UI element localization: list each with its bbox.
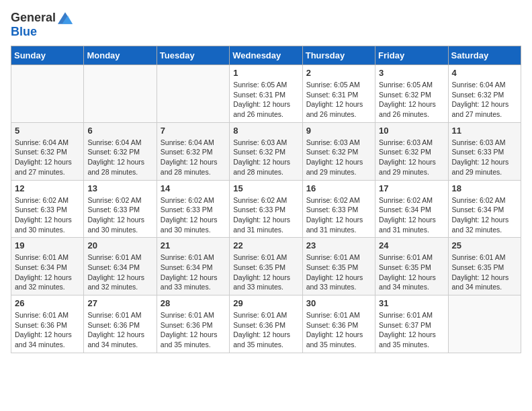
day-number: 19: [15, 240, 80, 250]
calendar-cell: 24Sunrise: 6:01 AM Sunset: 6:35 PM Dayli…: [375, 238, 448, 295]
calendar-cell: 18Sunrise: 6:02 AM Sunset: 6:34 PM Dayli…: [448, 180, 521, 238]
day-number: 16: [306, 183, 371, 193]
day-number: 4: [452, 68, 517, 78]
calendar-cell: 26Sunrise: 6:01 AM Sunset: 6:36 PM Dayli…: [11, 295, 84, 353]
day-number: 11: [452, 126, 517, 136]
cell-sun-info: Sunrise: 6:02 AM Sunset: 6:33 PM Dayligh…: [306, 195, 371, 235]
calendar-cell: 21Sunrise: 6:01 AM Sunset: 6:34 PM Dayli…: [157, 238, 229, 295]
calendar-cell: 23Sunrise: 6:01 AM Sunset: 6:35 PM Dayli…: [302, 238, 375, 295]
weekday-header-sunday: Sunday: [11, 46, 84, 65]
cell-sun-info: Sunrise: 6:02 AM Sunset: 6:34 PM Dayligh…: [379, 195, 444, 235]
cell-sun-info: Sunrise: 6:02 AM Sunset: 6:34 PM Dayligh…: [452, 195, 517, 235]
day-number: 24: [379, 240, 444, 250]
calendar-cell: 28Sunrise: 6:01 AM Sunset: 6:36 PM Dayli…: [157, 295, 229, 353]
day-number: 28: [161, 298, 226, 308]
calendar-cell: 30Sunrise: 6:01 AM Sunset: 6:36 PM Dayli…: [302, 295, 375, 353]
weekday-header-tuesday: Tuesday: [157, 46, 229, 65]
day-number: 3: [379, 68, 444, 78]
calendar-cell: 7Sunrise: 6:04 AM Sunset: 6:32 PM Daylig…: [157, 122, 229, 180]
cell-sun-info: Sunrise: 6:05 AM Sunset: 6:32 PM Dayligh…: [379, 80, 444, 120]
cell-sun-info: Sunrise: 6:02 AM Sunset: 6:33 PM Dayligh…: [15, 195, 80, 235]
cell-sun-info: Sunrise: 6:01 AM Sunset: 6:36 PM Dayligh…: [15, 310, 80, 350]
day-number: 20: [87, 240, 152, 250]
cell-sun-info: Sunrise: 6:01 AM Sunset: 6:36 PM Dayligh…: [233, 310, 298, 350]
week-row-2: 5Sunrise: 6:04 AM Sunset: 6:32 PM Daylig…: [11, 122, 521, 180]
weekday-header-friday: Friday: [375, 46, 448, 65]
cell-sun-info: Sunrise: 6:04 AM Sunset: 6:32 PM Dayligh…: [161, 138, 226, 177]
calendar-cell: 22Sunrise: 6:01 AM Sunset: 6:35 PM Dayli…: [230, 238, 302, 295]
logo-text-blue: Blue: [11, 25, 37, 39]
calendar-cell: 17Sunrise: 6:02 AM Sunset: 6:34 PM Dayli…: [375, 180, 448, 238]
cell-sun-info: Sunrise: 6:04 AM Sunset: 6:32 PM Dayligh…: [15, 138, 80, 177]
weekday-header-monday: Monday: [84, 46, 157, 65]
day-number: 14: [161, 183, 226, 193]
cell-sun-info: Sunrise: 6:01 AM Sunset: 6:36 PM Dayligh…: [306, 310, 371, 350]
week-row-5: 26Sunrise: 6:01 AM Sunset: 6:36 PM Dayli…: [11, 295, 521, 353]
calendar-cell: 19Sunrise: 6:01 AM Sunset: 6:34 PM Dayli…: [11, 238, 84, 295]
cell-sun-info: Sunrise: 6:05 AM Sunset: 6:31 PM Dayligh…: [306, 80, 371, 120]
calendar-cell: 11Sunrise: 6:03 AM Sunset: 6:33 PM Dayli…: [448, 122, 521, 180]
cell-sun-info: Sunrise: 6:01 AM Sunset: 6:35 PM Dayligh…: [306, 253, 371, 292]
calendar-cell: 15Sunrise: 6:02 AM Sunset: 6:33 PM Dayli…: [230, 180, 302, 238]
day-number: 13: [87, 183, 152, 193]
cell-sun-info: Sunrise: 6:01 AM Sunset: 6:35 PM Dayligh…: [379, 253, 444, 292]
cell-sun-info: Sunrise: 6:04 AM Sunset: 6:32 PM Dayligh…: [87, 138, 152, 177]
calendar-table: SundayMondayTuesdayWednesdayThursdayFrid…: [11, 46, 521, 353]
day-number: 15: [233, 183, 298, 193]
cell-sun-info: Sunrise: 6:01 AM Sunset: 6:34 PM Dayligh…: [161, 253, 226, 292]
day-number: 23: [306, 240, 371, 250]
day-number: 6: [87, 126, 152, 136]
weekday-header-wednesday: Wednesday: [230, 46, 302, 65]
calendar-cell: 8Sunrise: 6:03 AM Sunset: 6:32 PM Daylig…: [230, 122, 302, 180]
day-number: 22: [233, 240, 298, 250]
cell-sun-info: Sunrise: 6:01 AM Sunset: 6:35 PM Dayligh…: [233, 253, 298, 292]
calendar-cell: 2Sunrise: 6:05 AM Sunset: 6:31 PM Daylig…: [302, 65, 375, 123]
calendar-cell: 6Sunrise: 6:04 AM Sunset: 6:32 PM Daylig…: [84, 122, 157, 180]
calendar-cell: 12Sunrise: 6:02 AM Sunset: 6:33 PM Dayli…: [11, 180, 84, 238]
calendar-cell: [448, 295, 521, 353]
logo-text-general: General: [11, 11, 56, 25]
day-number: 25: [452, 240, 517, 250]
day-number: 29: [233, 298, 298, 308]
week-row-3: 12Sunrise: 6:02 AM Sunset: 6:33 PM Dayli…: [11, 180, 521, 238]
page-header: General Blue: [11, 11, 521, 39]
day-number: 9: [306, 126, 371, 136]
calendar-cell: 4Sunrise: 6:04 AM Sunset: 6:32 PM Daylig…: [448, 65, 521, 123]
calendar-cell: 16Sunrise: 6:02 AM Sunset: 6:33 PM Dayli…: [302, 180, 375, 238]
logo: General Blue: [11, 11, 73, 39]
calendar-cell: 25Sunrise: 6:01 AM Sunset: 6:35 PM Dayli…: [448, 238, 521, 295]
day-number: 12: [15, 183, 80, 193]
cell-sun-info: Sunrise: 6:05 AM Sunset: 6:31 PM Dayligh…: [233, 80, 298, 120]
logo-icon: [58, 12, 73, 24]
cell-sun-info: Sunrise: 6:01 AM Sunset: 6:36 PM Dayligh…: [87, 310, 152, 350]
cell-sun-info: Sunrise: 6:02 AM Sunset: 6:33 PM Dayligh…: [233, 195, 298, 235]
day-number: 8: [233, 126, 298, 136]
day-number: 27: [87, 298, 152, 308]
cell-sun-info: Sunrise: 6:03 AM Sunset: 6:32 PM Dayligh…: [233, 138, 298, 177]
weekday-header-thursday: Thursday: [302, 46, 375, 65]
day-number: 21: [161, 240, 226, 250]
calendar-cell: 3Sunrise: 6:05 AM Sunset: 6:32 PM Daylig…: [375, 65, 448, 123]
cell-sun-info: Sunrise: 6:01 AM Sunset: 6:35 PM Dayligh…: [452, 253, 517, 292]
cell-sun-info: Sunrise: 6:02 AM Sunset: 6:33 PM Dayligh…: [87, 195, 152, 235]
calendar-cell: 31Sunrise: 6:01 AM Sunset: 6:37 PM Dayli…: [375, 295, 448, 353]
cell-sun-info: Sunrise: 6:03 AM Sunset: 6:33 PM Dayligh…: [452, 138, 517, 177]
cell-sun-info: Sunrise: 6:03 AM Sunset: 6:32 PM Dayligh…: [306, 138, 371, 177]
cell-sun-info: Sunrise: 6:01 AM Sunset: 6:37 PM Dayligh…: [379, 310, 444, 350]
week-row-1: 1Sunrise: 6:05 AM Sunset: 6:31 PM Daylig…: [11, 65, 521, 123]
calendar-cell: 29Sunrise: 6:01 AM Sunset: 6:36 PM Dayli…: [230, 295, 302, 353]
day-number: 26: [15, 298, 80, 308]
cell-sun-info: Sunrise: 6:01 AM Sunset: 6:36 PM Dayligh…: [161, 310, 226, 350]
cell-sun-info: Sunrise: 6:02 AM Sunset: 6:33 PM Dayligh…: [161, 195, 226, 235]
day-number: 18: [452, 183, 517, 193]
cell-sun-info: Sunrise: 6:01 AM Sunset: 6:34 PM Dayligh…: [87, 253, 152, 292]
day-number: 1: [233, 68, 298, 78]
cell-sun-info: Sunrise: 6:04 AM Sunset: 6:32 PM Dayligh…: [452, 80, 517, 120]
calendar-cell: [157, 65, 229, 123]
day-number: 7: [161, 126, 226, 136]
day-number: 2: [306, 68, 371, 78]
day-number: 17: [379, 183, 444, 193]
calendar-cell: [84, 65, 157, 123]
calendar-cell: 9Sunrise: 6:03 AM Sunset: 6:32 PM Daylig…: [302, 122, 375, 180]
day-number: 5: [15, 126, 80, 136]
